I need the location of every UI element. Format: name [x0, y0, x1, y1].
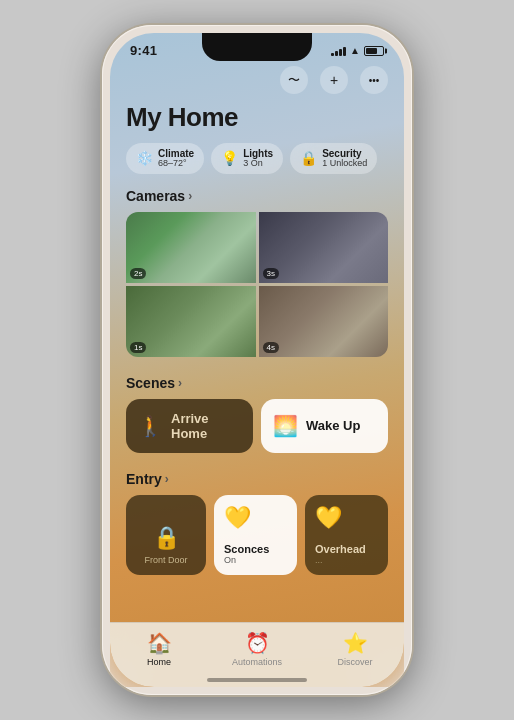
cameras-grid: 2s 3s 1s 4s	[126, 212, 388, 357]
voice-button[interactable]: 〜	[280, 66, 308, 94]
arrive-home-icon: 🚶	[138, 414, 163, 438]
camera-living-badge: 4s	[263, 342, 279, 353]
home-tab-label: Home	[147, 657, 171, 667]
front-door-card[interactable]: 🔒 Front Door	[126, 495, 206, 575]
climate-icon: ❄️	[136, 150, 153, 166]
automations-tab-icon: ⏰	[245, 631, 270, 655]
wake-up-card[interactable]: 🌅 Wake Up	[261, 399, 388, 453]
cameras-chevron: ›	[188, 189, 192, 203]
sconces-icon: 💛	[224, 505, 287, 531]
lights-pill[interactable]: 💡 Lights 3 On	[211, 143, 283, 174]
lights-icon: 💡	[221, 150, 238, 166]
battery-icon	[364, 46, 384, 56]
automations-tab-label: Automations	[232, 657, 282, 667]
add-button[interactable]: +	[320, 66, 348, 94]
sconces-name: Sconces	[224, 543, 287, 555]
overhead-icon: 💛	[315, 505, 378, 531]
security-pill[interactable]: 🔒 Security 1 Unlocked	[290, 143, 377, 174]
security-icon: 🔒	[300, 150, 317, 166]
wake-up-label: Wake Up	[306, 418, 360, 433]
overhead-status: ...	[315, 555, 378, 565]
tab-discover[interactable]: ⭐ Discover	[325, 631, 385, 667]
entry-chevron: ›	[165, 472, 169, 486]
scenes-grid: 🚶 Arrive Home 🌅 Wake Up	[110, 399, 404, 453]
camera-living[interactable]: 4s	[259, 286, 389, 357]
wake-up-icon: 🌅	[273, 414, 298, 438]
sconces-card[interactable]: 💛 Sconces On	[214, 495, 297, 575]
wifi-icon: ▲	[350, 45, 360, 56]
header-actions: 〜 + •••	[110, 62, 404, 100]
front-door-lock-icon: 🔒	[153, 525, 180, 551]
camera-gym-badge: 3s	[263, 268, 279, 279]
tab-home[interactable]: 🏠 Home	[129, 631, 189, 667]
camera-gym[interactable]: 3s	[259, 212, 389, 283]
climate-pill[interactable]: ❄️ Climate 68–72°	[126, 143, 204, 174]
sconces-status: On	[224, 555, 287, 565]
signal-icon	[331, 46, 346, 56]
lights-sub: 3 On	[243, 159, 273, 169]
arrive-home-card[interactable]: 🚶 Arrive Home	[126, 399, 253, 453]
entry-section: Entry › 🔒 Front Door 💛 Sconces On	[110, 461, 404, 575]
camera-yard[interactable]: 1s	[126, 286, 256, 357]
front-door-label: Front Door	[144, 555, 187, 565]
camera-yard-badge: 1s	[130, 342, 146, 353]
camera-pool-badge: 2s	[130, 268, 146, 279]
status-icons: ▲	[331, 45, 384, 56]
phone-frame: 9:41 ▲ 〜	[102, 25, 412, 695]
discover-tab-label: Discover	[337, 657, 372, 667]
tab-automations[interactable]: ⏰ Automations	[227, 631, 287, 667]
page-title: My Home	[110, 100, 404, 143]
scenes-label: Scenes	[126, 375, 175, 391]
more-button[interactable]: •••	[360, 66, 388, 94]
overhead-card[interactable]: 💛 Overhead ...	[305, 495, 388, 575]
scenes-chevron: ›	[178, 376, 182, 390]
scenes-section-header[interactable]: Scenes ›	[110, 375, 404, 399]
arrive-home-label: Arrive Home	[171, 411, 241, 441]
entry-label: Entry	[126, 471, 162, 487]
overhead-name: Overhead	[315, 543, 378, 555]
cameras-section-header[interactable]: Cameras ›	[110, 188, 404, 212]
discover-tab-icon: ⭐	[343, 631, 368, 655]
home-tab-icon: 🏠	[147, 631, 172, 655]
status-time: 9:41	[130, 43, 157, 58]
climate-sub: 68–72°	[158, 159, 194, 169]
security-sub: 1 Unlocked	[322, 159, 367, 169]
main-content: 9:41 ▲ 〜	[110, 33, 404, 622]
entry-grid: 🔒 Front Door 💛 Sconces On 💛 Overhead	[110, 495, 404, 575]
quick-actions: ❄️ Climate 68–72° 💡 Lights 3 On 🔒	[110, 143, 404, 188]
home-indicator	[207, 678, 307, 682]
cameras-label: Cameras	[126, 188, 185, 204]
notch	[202, 33, 312, 61]
camera-pool[interactable]: 2s	[126, 212, 256, 283]
phone-screen: 9:41 ▲ 〜	[110, 33, 404, 687]
scenes-section: Scenes › 🚶 Arrive Home 🌅 Wake Up	[110, 371, 404, 461]
entry-section-header[interactable]: Entry ›	[110, 471, 404, 495]
